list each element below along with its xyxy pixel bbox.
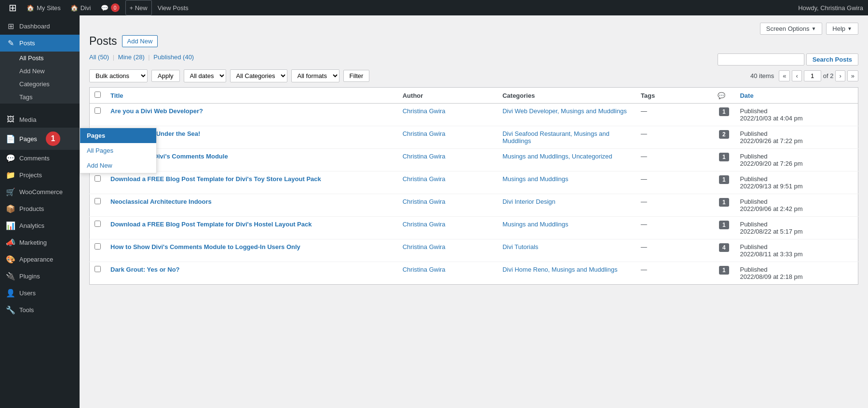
filter-mine-link[interactable]: Mine (28): [118, 53, 145, 61]
post-author-link-6[interactable]: Christina Gwira: [403, 243, 446, 250]
my-sites-item[interactable]: 🏠 My Sites: [23, 0, 65, 15]
row-tags-cell-7: —: [636, 262, 713, 285]
row-checkbox-7[interactable]: [95, 266, 101, 272]
next-page-button[interactable]: ›: [835, 70, 845, 81]
sidebar-comments-label: Comments: [19, 155, 50, 162]
row-comments-cell-0: 1: [713, 104, 735, 126]
table-row: Are you a Divi Web Developer? Christina …: [90, 104, 858, 126]
sidebar-item-projects[interactable]: 📁 Projects: [0, 167, 80, 184]
row-checkbox-6[interactable]: [95, 243, 101, 250]
post-author-link-3[interactable]: Christina Gwira: [403, 175, 446, 183]
sidebar-item-pages[interactable]: 📄 Pages Pages All Pages Add New 1: [0, 128, 80, 150]
appearance-icon: 🎨: [6, 255, 15, 264]
prev-page-button[interactable]: ‹: [792, 70, 801, 81]
post-author-link-4[interactable]: Christina Gwira: [403, 198, 446, 205]
sidebar: ⊞Dashboard ✎ Posts All Posts Add New Cat…: [0, 15, 80, 408]
post-title-link-7[interactable]: Dark Grout: Yes or No?: [110, 266, 180, 273]
filter-published-link[interactable]: Published (40): [153, 53, 194, 61]
comment-badge-2[interactable]: 1: [719, 153, 729, 161]
post-cat-link-7[interactable]: Divi Home Reno, Musings and Muddlings: [502, 266, 617, 273]
post-cat-link-4[interactable]: Divi Interior Design: [502, 198, 556, 205]
comment-badge-5[interactable]: 1: [719, 221, 729, 229]
sidebar-item-comments[interactable]: 💬 Comments: [0, 150, 80, 167]
sidebar-item-plugins[interactable]: 🔌 Plugins: [0, 268, 80, 285]
date-header[interactable]: Date: [735, 88, 858, 104]
pages-popup-all-pages[interactable]: All Pages: [80, 143, 156, 158]
current-page-input[interactable]: [804, 70, 821, 81]
post-author-link-0[interactable]: Christina Gwira: [403, 107, 446, 115]
pages-popup-add-new[interactable]: Add New: [80, 158, 156, 173]
row-author-cell-5: Christina Gwira: [398, 217, 498, 239]
filter-button[interactable]: Filter: [343, 70, 370, 82]
sidebar-item-tags[interactable]: Tags: [0, 91, 80, 104]
row-author-cell-7: Christina Gwira: [398, 262, 498, 285]
sidebar-item-media[interactable]: 🖼 Media: [0, 111, 80, 128]
dates-select[interactable]: All dates: [184, 69, 226, 82]
screen-options-button[interactable]: Screen Options ▼: [760, 23, 823, 35]
sidebar-item-dashboard[interactable]: [0, 104, 80, 111]
post-title-link-0[interactable]: Are you a Divi Web Developer?: [110, 107, 203, 115]
filter-all-link[interactable]: All (50): [89, 53, 109, 61]
products-icon: 📦: [6, 204, 15, 213]
post-title-link-4[interactable]: Neoclassical Architecture Indoors: [110, 198, 212, 205]
post-title-link-6[interactable]: How to Show Divi's Comments Module to Lo…: [110, 243, 300, 250]
comment-badge-1[interactable]: 2: [719, 130, 729, 139]
search-input[interactable]: [718, 53, 804, 66]
post-cat-link-5[interactable]: Musings and Muddlings: [502, 221, 569, 228]
select-all-checkbox[interactable]: [95, 92, 101, 98]
sidebar-media-label: Media: [19, 116, 36, 123]
help-button[interactable]: Help ▼: [826, 23, 858, 35]
sidebar-item-add-new[interactable]: Add New: [0, 65, 80, 78]
bulk-actions-select[interactable]: Bulk actions Edit Move to Trash: [89, 69, 148, 82]
post-cat-link-2[interactable]: Musings and Muddlings, Uncategorized: [502, 153, 612, 160]
sidebar-item-categories[interactable]: Categories: [0, 78, 80, 91]
add-new-button[interactable]: Add New: [122, 35, 158, 47]
post-author-link-7[interactable]: Christina Gwira: [403, 266, 446, 273]
row-checkbox-3[interactable]: [95, 175, 101, 182]
site-name-item[interactable]: 🏠 Divi: [67, 0, 95, 15]
comment-badge-4[interactable]: 1: [719, 198, 729, 207]
post-title-link-5[interactable]: Download a FREE Blog Post Template for D…: [110, 221, 312, 228]
sidebar-item-all-posts[interactable]: All Posts: [0, 52, 80, 65]
comments-item[interactable]: 💬 0: [97, 0, 123, 15]
row-title-cell-0: Are you a Divi Web Developer?: [106, 104, 398, 126]
search-posts-button[interactable]: Search Posts: [806, 53, 858, 66]
wp-logo-item[interactable]: ⊞: [5, 0, 21, 15]
sidebar-item-analytics[interactable]: 📊 Analytics: [0, 217, 80, 234]
title-header[interactable]: Title: [106, 88, 398, 104]
post-author-link-2[interactable]: Christina Gwira: [403, 153, 446, 160]
sidebar-item-appearance[interactable]: 🎨 Appearance: [0, 251, 80, 268]
post-cat-link-3[interactable]: Musings and Muddlings: [502, 175, 569, 183]
sidebar-item-woocommerce[interactable]: 🛒 WooCommerce: [0, 184, 80, 200]
comment-badge-3[interactable]: 1: [719, 175, 729, 184]
post-author-link-1[interactable]: Christina Gwira: [403, 130, 446, 137]
sidebar-item-marketing[interactable]: 📣 Marketing: [0, 234, 80, 251]
comment-badge-6[interactable]: 4: [719, 243, 729, 252]
row-checkbox-5[interactable]: [95, 221, 101, 227]
last-page-button[interactable]: »: [847, 70, 858, 81]
first-page-button[interactable]: «: [779, 70, 790, 81]
new-item[interactable]: + New: [125, 0, 152, 15]
post-author-link-5[interactable]: Christina Gwira: [403, 221, 446, 228]
comment-badge-0[interactable]: 1: [719, 107, 729, 116]
sidebar-item-posts[interactable]: ✎ Posts: [0, 35, 80, 52]
row-cats-cell-3: Musings and Muddlings: [498, 171, 636, 194]
row-checkbox-4[interactable]: [95, 198, 101, 204]
sidebar-item-users[interactable]: 👤 Users: [0, 285, 80, 302]
post-cat-link-0[interactable]: Divi Web Developer, Musings and Muddling…: [502, 107, 627, 115]
row-checkbox-cell-3: [90, 171, 106, 194]
formats-select[interactable]: All formats: [291, 69, 339, 82]
howdy-text: Howdy, Christina Gwira: [798, 4, 863, 12]
sidebar-item-products[interactable]: 📦 Products: [0, 200, 80, 217]
post-cat-link-1[interactable]: Divi Seafood Restaurant, Musings and Mud…: [502, 130, 610, 145]
date-val-7: 2022/08/09 at 2:18 pm: [740, 273, 802, 280]
sidebar-item-tools[interactable]: 🔧 Tools: [0, 302, 80, 318]
sidebar-item-dashboard[interactable]: ⊞Dashboard: [0, 18, 80, 35]
comment-badge-7[interactable]: 1: [719, 266, 729, 275]
categories-select[interactable]: All Categories: [230, 69, 287, 82]
post-cat-link-6[interactable]: Divi Tutorials: [502, 243, 538, 250]
apply-button[interactable]: Apply: [151, 70, 180, 82]
row-checkbox-0[interactable]: [95, 107, 101, 114]
post-title-link-3[interactable]: Download a FREE Blog Post Template for D…: [110, 175, 321, 183]
view-posts-item[interactable]: View Posts: [154, 0, 192, 15]
